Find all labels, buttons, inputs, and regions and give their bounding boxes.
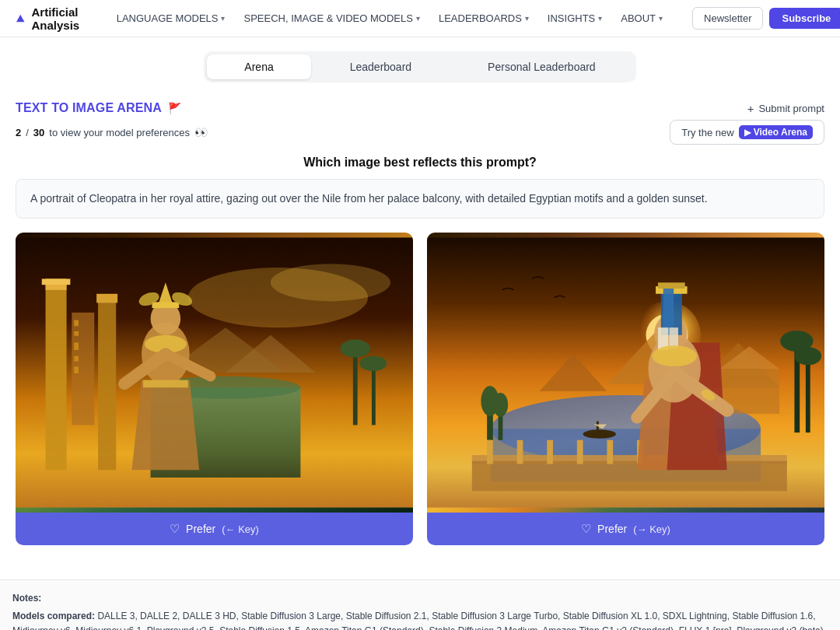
video-arena-button[interactable]: Try the new ▶ Video Arena — [670, 120, 824, 145]
svg-marker-28 — [131, 380, 199, 471]
chevron-down-icon: ▾ — [525, 14, 529, 23]
svg-rect-32 — [372, 365, 376, 425]
svg-rect-30 — [353, 350, 358, 425]
prompt-box: A portrait of Cleopatra in her royal att… — [16, 179, 824, 219]
svg-point-43 — [583, 429, 616, 439]
logo-text: Artificial Analysis — [32, 5, 87, 32]
tabs-container: Arena Leaderboard Personal Leaderboard — [204, 51, 635, 82]
svg-rect-18 — [74, 366, 79, 373]
nav-links: LANGUAGE MODELS ▾ SPEECH, IMAGE & VIDEO … — [109, 8, 670, 29]
notes-models-text: DALLE 3, DALLE 2, DALLE 3 HD, Stable Dif… — [12, 611, 826, 630]
arena-title: TEXT TO IMAGE ARENA — [16, 101, 162, 115]
svg-point-3 — [271, 264, 390, 301]
left-key-hint: (← Key) — [222, 523, 259, 535]
logo[interactable]: Artificial Analysis — [16, 5, 87, 32]
chevron-down-icon: ▾ — [659, 14, 663, 23]
chevron-down-icon: ▾ — [416, 14, 420, 23]
heart-icon-right: ♡ — [581, 522, 591, 536]
notes-section: Notes: Models compared: DALLE 3, DALLE 2… — [0, 579, 840, 630]
arena-question: Which image best reflects this prompt? — [16, 156, 824, 170]
prefer-right-label: Prefer — [597, 523, 627, 535]
svg-marker-0 — [16, 14, 24, 21]
image-card-left: ♡ Prefer (← Key) — [16, 233, 413, 545]
tab-arena[interactable]: Arena — [207, 54, 310, 79]
svg-rect-14 — [74, 320, 79, 327]
svg-rect-8 — [46, 282, 67, 470]
video-arena-badge: ▶ Video Arena — [739, 125, 813, 139]
nav-about[interactable]: ABOUT ▾ — [613, 8, 670, 29]
svg-point-71 — [652, 345, 697, 366]
prefer-left-button[interactable]: ♡ Prefer (← Key) — [16, 513, 413, 545]
nav-insights[interactable]: INSIGHTS ▾ — [540, 8, 610, 29]
svg-rect-67 — [658, 282, 685, 289]
progress-total: 30 — [33, 127, 44, 138]
image-left-scene — [16, 233, 413, 513]
svg-rect-29 — [143, 380, 188, 388]
logo-icon — [16, 10, 26, 27]
svg-rect-11 — [98, 298, 116, 471]
plus-icon: + — [747, 102, 754, 115]
svg-point-33 — [360, 356, 387, 371]
svg-rect-78 — [806, 358, 810, 432]
svg-rect-10 — [42, 278, 71, 285]
nav-actions: Newsletter Subscribe — [692, 7, 840, 30]
subscribe-button[interactable]: Subscribe — [769, 8, 840, 29]
svg-rect-55 — [517, 440, 523, 464]
svg-rect-12 — [96, 294, 117, 303]
arena-header: TEXT TO IMAGE ARENA 🚩 + Submit prompt — [16, 101, 824, 115]
svg-rect-70 — [669, 327, 678, 348]
svg-point-79 — [794, 347, 821, 365]
svg-rect-53 — [472, 461, 787, 492]
heart-icon-left: ♡ — [170, 522, 180, 536]
arena-title-row: TEXT TO IMAGE ARENA 🚩 — [16, 101, 181, 115]
image-left — [16, 233, 413, 513]
progress-text: 2 / 30 to view your model preferences 👀 — [16, 126, 208, 138]
svg-rect-57 — [577, 440, 583, 464]
try-text: Try the new — [681, 127, 733, 138]
nav-leaderboards[interactable]: LEADERBOARDS ▾ — [431, 8, 537, 29]
chevron-down-icon: ▾ — [221, 14, 225, 23]
right-key-hint: (→ Key) — [633, 523, 670, 535]
progress-separator: / — [26, 127, 29, 138]
eyes-icon: 👀 — [194, 126, 208, 138]
svg-rect-16 — [74, 342, 79, 350]
notes-models-label: Models compared: — [12, 611, 95, 621]
flag-icon[interactable]: 🚩 — [168, 102, 181, 114]
svg-point-31 — [340, 340, 370, 358]
progress-row: 2 / 30 to view your model preferences 👀 … — [16, 120, 824, 145]
notes-title: Notes: — [12, 591, 828, 606]
nav-language-models[interactable]: LANGUAGE MODELS ▾ — [109, 8, 233, 29]
chevron-down-icon: ▾ — [598, 14, 602, 23]
navbar: Artificial Analysis LANGUAGE MODELS ▾ SP… — [0, 0, 840, 37]
images-grid: ♡ Prefer (← Key) — [16, 233, 824, 545]
svg-rect-56 — [547, 440, 553, 464]
svg-rect-44 — [597, 422, 599, 435]
svg-rect-22 — [152, 302, 179, 308]
tab-leaderboard[interactable]: Leaderboard — [313, 54, 449, 79]
svg-rect-17 — [74, 356, 79, 362]
main-content: TEXT TO IMAGE ARENA 🚩 + Submit prompt 2 … — [0, 101, 840, 561]
video-arena-label: Video Arena — [754, 127, 807, 138]
svg-rect-15 — [74, 331, 79, 336]
svg-rect-68 — [663, 289, 674, 334]
svg-rect-58 — [607, 440, 613, 464]
prefer-right-button[interactable]: ♡ Prefer (→ Key) — [427, 513, 824, 545]
svg-point-49 — [493, 393, 508, 417]
submit-prompt-button[interactable]: + Submit prompt — [747, 102, 824, 115]
image-right-scene — [427, 233, 824, 513]
notes-models: Models compared: DALLE 3, DALLE 2, DALLE… — [12, 609, 828, 630]
nav-speech-image-video[interactable]: SPEECH, IMAGE & VIDEO MODELS ▾ — [236, 8, 427, 29]
image-card-right: ♡ Prefer (→ Key) — [427, 233, 824, 545]
prefer-left-label: Prefer — [186, 523, 215, 535]
newsletter-button[interactable]: Newsletter — [692, 7, 763, 30]
progress-description: to view your model preferences — [49, 127, 190, 138]
tabs-row: Arena Leaderboard Personal Leaderboard — [0, 37, 840, 90]
progress-current: 2 — [16, 127, 21, 138]
submit-prompt-label: Submit prompt — [758, 103, 824, 114]
svg-rect-54 — [487, 440, 493, 464]
image-right — [427, 233, 824, 513]
video-play-icon: ▶ — [744, 128, 751, 138]
tab-personal-leaderboard[interactable]: Personal Leaderboard — [450, 54, 633, 79]
